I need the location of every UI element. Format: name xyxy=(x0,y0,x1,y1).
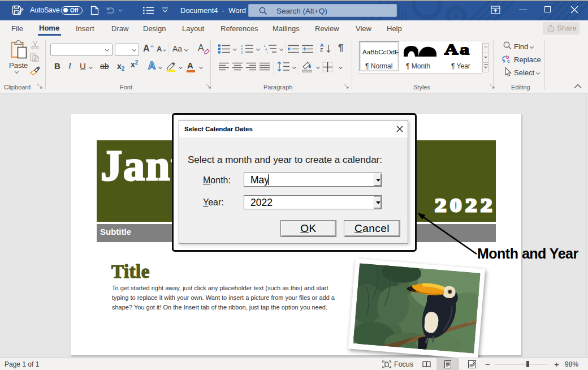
svg-text:3: 3 xyxy=(241,51,243,54)
svg-text:c: c xyxy=(507,58,510,63)
svg-text:i: i xyxy=(267,51,267,54)
